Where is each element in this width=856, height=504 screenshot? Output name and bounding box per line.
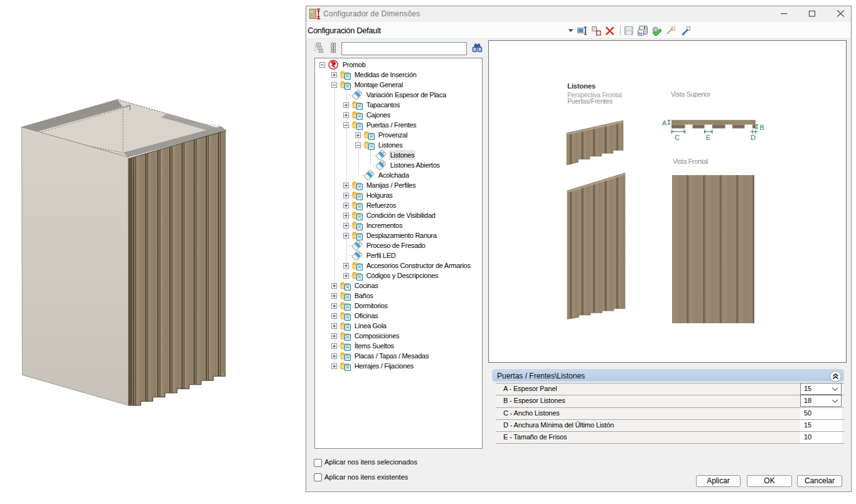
- svg-text:A: A: [662, 119, 667, 127]
- svg-text:ka: ka: [638, 31, 643, 35]
- svg-text:D: D: [751, 134, 756, 141]
- svg-text:C: C: [675, 134, 680, 141]
- svg-text:E: E: [706, 134, 710, 141]
- svg-text:B: B: [760, 124, 764, 131]
